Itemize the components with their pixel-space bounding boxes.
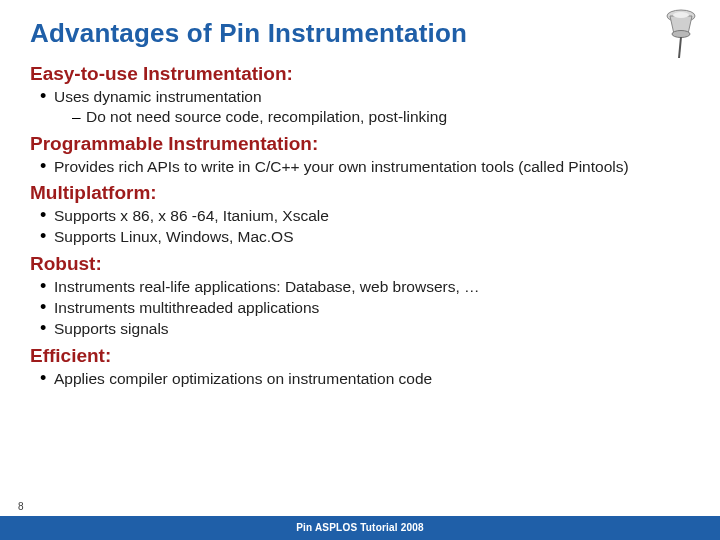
list-item: Provides rich APIs to write in C/C++ you…: [40, 157, 690, 177]
list-item: Instruments real-life applications: Data…: [40, 277, 690, 297]
section-heading: Multiplatform:: [30, 182, 690, 204]
list-item: Applies compiler optimizations on instru…: [40, 369, 690, 389]
bullet-list: Applies compiler optimizations on instru…: [30, 369, 690, 389]
section-heading: Efficient:: [30, 345, 690, 367]
sub-list: Do not need source code, recompilation, …: [54, 107, 690, 127]
list-item: Supports signals: [40, 319, 690, 339]
bullet-list: Provides rich APIs to write in C/C++ you…: [30, 157, 690, 177]
section-heading: Robust:: [30, 253, 690, 275]
slide-title: Advantages of Pin Instrumentation: [30, 18, 690, 49]
bullet-list: Uses dynamic instrumentation Do not need…: [30, 87, 690, 127]
svg-point-3: [673, 12, 689, 18]
bullet-list: Instruments real-life applications: Data…: [30, 277, 690, 338]
footer-text: Pin ASPLOS Tutorial 2008: [0, 516, 720, 540]
svg-line-2: [679, 37, 681, 58]
list-item: Instruments multithreaded applications: [40, 298, 690, 318]
list-item: Uses dynamic instrumentation Do not need…: [40, 87, 690, 127]
footer-bar: Pin ASPLOS Tutorial 2008: [0, 516, 720, 540]
slide: Advantages of Pin Instrumentation Easy-t…: [0, 0, 720, 540]
page-number: 8: [18, 501, 24, 512]
section-heading: Programmable Instrumentation:: [30, 133, 690, 155]
pushpin-icon: [658, 6, 704, 62]
section-heading: Easy-to-use Instrumentation:: [30, 63, 690, 85]
sub-item: Do not need source code, recompilation, …: [72, 107, 690, 127]
bullet-list: Supports x 86, x 86 -64, Itanium, Xscale…: [30, 206, 690, 247]
list-item: Supports x 86, x 86 -64, Itanium, Xscale: [40, 206, 690, 226]
svg-point-1: [672, 31, 690, 38]
list-item: Supports Linux, Windows, Mac.OS: [40, 227, 690, 247]
bullet-text: Uses dynamic instrumentation: [54, 88, 262, 105]
